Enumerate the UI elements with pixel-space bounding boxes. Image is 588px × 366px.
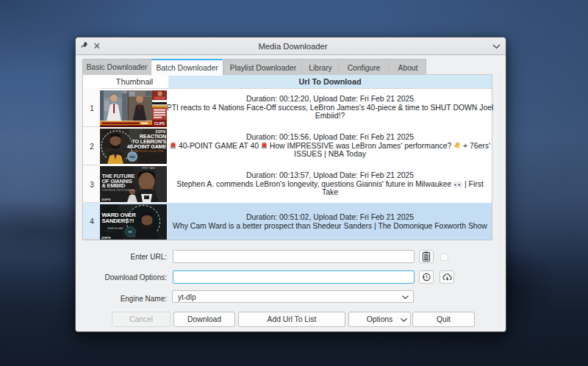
svg-text:STEPHEN A. SMITH REACTS: STEPHEN A. SMITH REACTS — [102, 189, 134, 192]
svg-text:ESPN: ESPN — [102, 236, 112, 240]
svg-text:FIRST TAKE: FIRST TAKE — [142, 167, 155, 170]
svg-text:NFL: NFL — [128, 231, 132, 234]
svg-text:NBA: NBA — [129, 156, 135, 159]
svg-text:ESPN: ESPN — [102, 198, 112, 201]
svg-text:CLIPS: CLIPS — [154, 121, 165, 125]
svg-text:WHAT A LEAP: WHAT A LEAP — [107, 227, 123, 230]
svg-text:THE HOOP COLLECTIVE: THE HOOP COLLECTIVE — [134, 150, 165, 153]
svg-text:40-POINT GAME: 40-POINT GAME — [127, 143, 167, 150]
svg-text:SANDERS?!: SANDERS?! — [102, 218, 135, 224]
